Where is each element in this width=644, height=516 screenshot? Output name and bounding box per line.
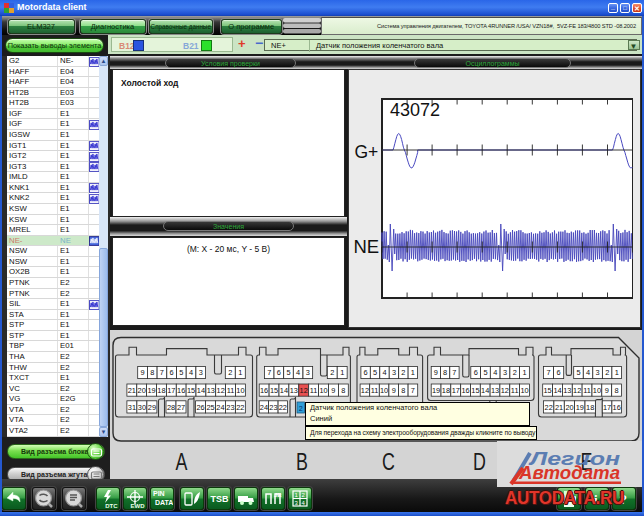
svg-text:11: 11 <box>371 386 379 395</box>
svg-text:1: 1 <box>295 492 299 498</box>
svg-text:12: 12 <box>501 386 509 395</box>
svg-text:20: 20 <box>565 403 573 412</box>
svg-text:22: 22 <box>279 403 287 412</box>
svg-text:7: 7 <box>267 368 271 377</box>
svg-text:18: 18 <box>442 386 450 395</box>
svg-text:4: 4 <box>586 368 590 377</box>
svg-text:10: 10 <box>319 386 327 395</box>
svg-text:PIN: PIN <box>153 490 165 497</box>
svg-text:7: 7 <box>160 368 164 377</box>
svg-text:3: 3 <box>199 368 203 377</box>
svg-text:8: 8 <box>443 368 447 377</box>
svg-text:14: 14 <box>553 386 561 395</box>
svg-text:3: 3 <box>392 368 396 377</box>
svg-text:4: 4 <box>302 500 306 506</box>
svg-text:29: 29 <box>148 403 156 412</box>
svg-text:5: 5 <box>179 368 183 377</box>
svg-text:11: 11 <box>511 386 519 395</box>
svg-text:9: 9 <box>331 386 335 395</box>
svg-text:3: 3 <box>295 500 299 506</box>
svg-text:23: 23 <box>226 403 234 412</box>
svg-text:1: 1 <box>340 368 344 377</box>
svg-text:25: 25 <box>206 403 214 412</box>
svg-text:8: 8 <box>341 386 345 395</box>
svg-text:4: 4 <box>382 368 386 377</box>
svg-text:5: 5 <box>483 368 487 377</box>
svg-text:12: 12 <box>361 386 369 395</box>
svg-text:2: 2 <box>605 368 609 377</box>
svg-text:DATA: DATA <box>155 499 173 506</box>
svg-text:17: 17 <box>603 403 611 412</box>
svg-text:18: 18 <box>157 386 165 395</box>
svg-text:24: 24 <box>216 403 224 412</box>
svg-text:1: 1 <box>411 368 415 377</box>
svg-text:13: 13 <box>290 386 298 395</box>
svg-text:43072: 43072 <box>390 100 440 120</box>
svg-text:7: 7 <box>546 368 550 377</box>
svg-text:16: 16 <box>260 386 268 395</box>
svg-text:14: 14 <box>481 386 489 395</box>
svg-text:2: 2 <box>302 492 306 498</box>
svg-text:7: 7 <box>452 368 456 377</box>
svg-text:23: 23 <box>269 403 277 412</box>
svg-text:17: 17 <box>452 386 460 395</box>
svg-text:14: 14 <box>197 386 205 395</box>
svg-text:12: 12 <box>573 386 581 395</box>
svg-text:9: 9 <box>392 386 396 395</box>
svg-text:11: 11 <box>227 386 235 395</box>
svg-text:13: 13 <box>563 386 571 395</box>
svg-text:8: 8 <box>615 386 619 395</box>
svg-text:3: 3 <box>306 368 310 377</box>
svg-text:1: 1 <box>238 368 242 377</box>
svg-text:10: 10 <box>236 386 244 395</box>
svg-text:JB: JB <box>274 492 282 498</box>
svg-text:26: 26 <box>196 403 204 412</box>
svg-text:6: 6 <box>364 368 368 377</box>
svg-text:10: 10 <box>380 386 388 395</box>
svg-text:15: 15 <box>471 386 479 395</box>
svg-text:18: 18 <box>586 403 594 412</box>
svg-text:19: 19 <box>147 386 155 395</box>
svg-text:6: 6 <box>277 368 281 377</box>
svg-text:15: 15 <box>270 386 278 395</box>
svg-text:16: 16 <box>613 403 621 412</box>
svg-text:7: 7 <box>411 386 415 395</box>
svg-text:10: 10 <box>593 386 601 395</box>
svg-text:16: 16 <box>461 386 469 395</box>
svg-text:11: 11 <box>583 386 591 395</box>
svg-text:13: 13 <box>491 386 499 395</box>
svg-text:11: 11 <box>310 386 318 395</box>
svg-text:22: 22 <box>545 403 553 412</box>
svg-text:3: 3 <box>596 368 600 377</box>
svg-text:14: 14 <box>280 386 288 395</box>
svg-text:3: 3 <box>503 368 507 377</box>
svg-text:4: 4 <box>493 368 497 377</box>
svg-text:24: 24 <box>260 403 268 412</box>
svg-text:19: 19 <box>576 403 584 412</box>
svg-text:21: 21 <box>128 386 136 395</box>
svg-text:10: 10 <box>520 386 528 395</box>
svg-text:30: 30 <box>138 403 146 412</box>
svg-text:12: 12 <box>300 386 308 395</box>
svg-text:NE: NE <box>354 236 380 257</box>
svg-text:13: 13 <box>207 386 215 395</box>
svg-text:G+: G+ <box>355 142 379 162</box>
svg-text:4: 4 <box>296 368 300 377</box>
svg-text:21: 21 <box>555 403 563 412</box>
svg-text:4: 4 <box>189 368 193 377</box>
svg-text:5: 5 <box>373 368 377 377</box>
svg-text:1: 1 <box>522 368 526 377</box>
svg-text:2: 2 <box>299 404 303 413</box>
svg-text:27: 27 <box>177 403 185 412</box>
svg-text:28: 28 <box>167 403 175 412</box>
svg-text:12: 12 <box>217 386 225 395</box>
svg-text:Автодата: Автодата <box>518 462 620 483</box>
svg-text:2: 2 <box>401 368 405 377</box>
svg-text:6: 6 <box>170 368 174 377</box>
svg-text:2: 2 <box>228 368 232 377</box>
svg-text:15: 15 <box>187 386 195 395</box>
svg-text:15: 15 <box>543 386 551 395</box>
svg-text:6: 6 <box>474 368 478 377</box>
svg-text:9: 9 <box>434 368 438 377</box>
svg-text:16: 16 <box>177 386 185 395</box>
